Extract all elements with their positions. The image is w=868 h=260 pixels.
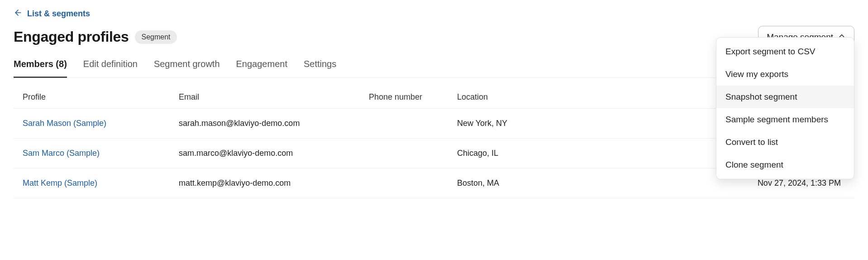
tab-settings[interactable]: Settings: [304, 59, 336, 78]
phone-cell: [369, 178, 457, 188]
column-header-location[interactable]: Location: [457, 92, 593, 102]
email-cell: sam.marco@klaviyo-demo.com: [179, 149, 369, 158]
tab-engagement[interactable]: Engagement: [236, 59, 287, 78]
column-header-phone[interactable]: Phone number: [369, 92, 457, 102]
location-cell: Boston, MA: [457, 178, 593, 188]
profile-link[interactable]: Matt Kemp (Sample): [23, 178, 97, 188]
breadcrumb-label: List & segments: [27, 9, 90, 19]
dropdown-item-clone-segment[interactable]: Clone segment: [716, 154, 854, 176]
dropdown-item-export-segment-to-csv[interactable]: Export segment to CSV: [716, 40, 854, 63]
phone-cell: [369, 119, 457, 128]
column-header-profile[interactable]: Profile: [23, 92, 179, 102]
manage-segment-dropdown: Export segment to CSVView my exportsSnap…: [716, 37, 854, 179]
profile-link[interactable]: Sam Marco (Sample): [23, 149, 100, 158]
dropdown-item-view-my-exports[interactable]: View my exports: [716, 63, 854, 86]
email-cell: sarah.mason@klaviyo-demo.com: [179, 119, 369, 128]
profile-link[interactable]: Sarah Mason (Sample): [23, 119, 106, 128]
tab-segment-growth[interactable]: Segment growth: [154, 59, 220, 78]
breadcrumb-back[interactable]: List & segments: [14, 8, 90, 19]
dropdown-item-convert-to-list[interactable]: Convert to list: [716, 131, 854, 154]
location-cell: Chicago, IL: [457, 149, 593, 158]
location-cell: New York, NY: [457, 119, 593, 128]
tab-edit-definition[interactable]: Edit definition: [83, 59, 138, 78]
dropdown-item-sample-segment-members[interactable]: Sample segment members: [716, 108, 854, 131]
page-title: Engaged profiles: [14, 29, 129, 45]
tab-members-8-[interactable]: Members (8): [14, 59, 67, 78]
phone-cell: [369, 149, 457, 158]
dropdown-item-snapshot-segment[interactable]: Snapshot segment: [716, 86, 854, 108]
column-header-email[interactable]: Email: [179, 92, 369, 102]
added-cell: Nov 27, 2024, 1:33 PM: [593, 178, 845, 188]
email-cell: matt.kemp@klaviyo-demo.com: [179, 178, 369, 188]
type-badge: Segment: [135, 30, 176, 44]
arrow-left-icon: [14, 8, 23, 19]
